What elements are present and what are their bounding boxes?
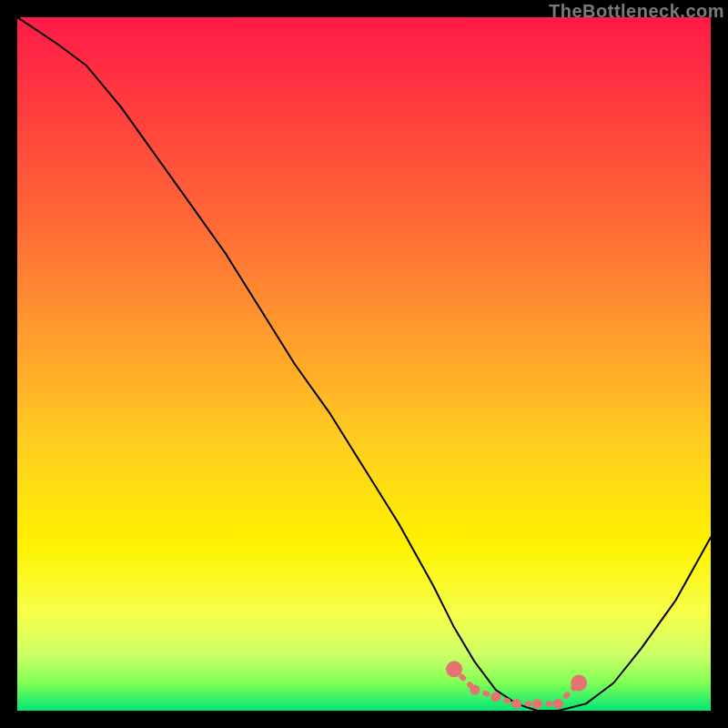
- valley-dot: [490, 692, 500, 702]
- bottleneck-curve: [17, 17, 711, 711]
- valley-dot: [470, 685, 480, 695]
- valley-dot: [446, 661, 462, 677]
- valley-dot: [511, 699, 521, 709]
- valley-dot: [571, 675, 587, 692]
- valley-dot: [553, 699, 563, 709]
- chart-stage: TheBottleneck.com: [0, 0, 728, 728]
- chart-overlay: [17, 17, 711, 711]
- valley-dot: [532, 699, 542, 709]
- plot-area: [17, 17, 711, 711]
- valley-dots-group: [446, 661, 587, 709]
